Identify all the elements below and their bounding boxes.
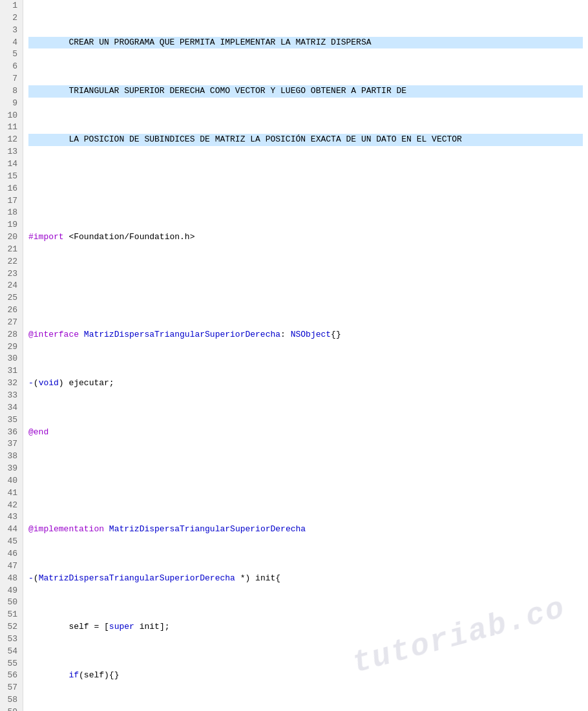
ln-28: 28 (5, 329, 17, 341)
ln-47: 47 (5, 560, 17, 573)
code-editor: 1 2 3 4 5 6 7 8 9 10 11 12 13 14 15 16 1… (0, 0, 588, 711)
ln-14: 14 (5, 158, 17, 171)
ln-18: 18 (5, 207, 17, 219)
ln-17: 17 (5, 195, 17, 207)
code-line-7: @interface MatrizDispersaTriangularSuper… (28, 329, 583, 341)
ln-53: 53 (5, 633, 17, 646)
code-line-14: if(self){} (28, 670, 583, 682)
ln-22: 22 (5, 256, 17, 268)
ln-8: 8 (5, 85, 17, 98)
ln-38: 38 (5, 451, 17, 463)
ln-39: 39 (5, 463, 17, 475)
ln-4: 4 (5, 37, 17, 49)
code-line-13: self = [super init]; (28, 621, 583, 633)
ln-7: 7 (5, 73, 17, 85)
ln-13: 13 (5, 146, 17, 158)
ln-31: 31 (5, 365, 17, 377)
code-lines: CREAR UN PROGRAMA QUE PERMITA IMPLEMENTA… (23, 0, 588, 711)
ln-20: 20 (5, 231, 17, 244)
code-line-5: #import <Foundation/Foundation.h> (28, 231, 583, 244)
ln-32: 32 (5, 377, 17, 390)
ln-55: 55 (5, 658, 17, 670)
code-line-10 (28, 475, 583, 487)
ln-37: 37 (5, 438, 17, 451)
ln-48: 48 (5, 573, 17, 585)
code-line-9: @end (28, 427, 583, 439)
ln-16: 16 (5, 183, 17, 195)
ln-12: 12 (5, 134, 17, 146)
ln-36: 36 (5, 427, 17, 439)
ln-56: 56 (5, 670, 17, 682)
ln-1: 1 (5, 0, 17, 12)
code-line-11: @implementation MatrizDispersaTriangular… (28, 524, 583, 536)
ln-10: 10 (5, 110, 17, 122)
ln-49: 49 (5, 585, 17, 597)
code-line-12: -(MatrizDispersaTriangularSuperiorDerech… (28, 573, 583, 585)
line-numbers: 1 2 3 4 5 6 7 8 9 10 11 12 13 14 15 16 1… (0, 0, 23, 711)
ln-5: 5 (5, 48, 17, 61)
ln-26: 26 (5, 304, 17, 317)
code-line-2: TRIANGULAR SUPERIOR DERECHA COMO VECTOR … (28, 85, 583, 98)
ln-42: 42 (5, 500, 17, 512)
ln-29: 29 (5, 341, 17, 354)
ln-21: 21 (5, 244, 17, 256)
ln-41: 41 (5, 487, 17, 500)
ln-46: 46 (5, 548, 17, 560)
ln-25: 25 (5, 292, 17, 304)
ln-40: 40 (5, 475, 17, 487)
ln-44: 44 (5, 524, 17, 536)
ln-2: 2 (5, 12, 17, 25)
ln-51: 51 (5, 609, 17, 621)
code-line-6 (28, 280, 583, 292)
ln-11: 11 (5, 122, 17, 134)
ln-43: 43 (5, 511, 17, 524)
ln-54: 54 (5, 646, 17, 658)
ln-59: 59 (5, 706, 17, 711)
code-line-1: CREAR UN PROGRAMA QUE PERMITA IMPLEMENTA… (28, 37, 583, 49)
ln-6: 6 (5, 61, 17, 73)
ln-15: 15 (5, 171, 17, 183)
ln-23: 23 (5, 268, 17, 281)
code-line-4 (28, 183, 583, 195)
ln-58: 58 (5, 694, 17, 706)
ln-24: 24 (5, 280, 17, 292)
ln-50: 50 (5, 597, 17, 609)
ln-3: 3 (5, 25, 17, 37)
ln-45: 45 (5, 536, 17, 548)
code-line-8: -(void) ejecutar; (28, 377, 583, 390)
ln-52: 52 (5, 621, 17, 633)
code-line-3: LA POSICION DE SUBINDICES DE MATRIZ LA P… (28, 134, 583, 146)
ln-35: 35 (5, 414, 17, 427)
ln-30: 30 (5, 353, 17, 365)
ln-57: 57 (5, 682, 17, 694)
ln-27: 27 (5, 317, 17, 329)
ln-34: 34 (5, 402, 17, 414)
ln-19: 19 (5, 219, 17, 231)
ln-33: 33 (5, 390, 17, 402)
ln-9: 9 (5, 98, 17, 110)
